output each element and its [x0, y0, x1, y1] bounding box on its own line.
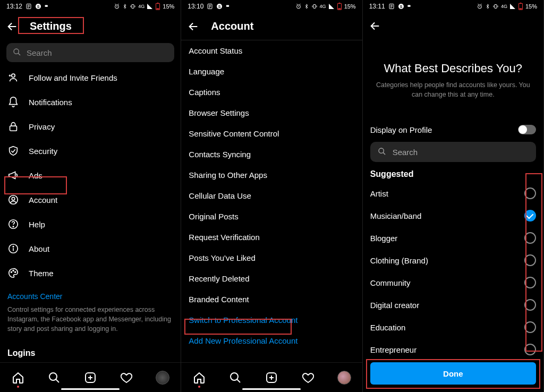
account-item[interactable]: Posts You've Liked	[181, 248, 362, 268]
notes-icon	[26, 3, 32, 10]
bell-icon	[7, 96, 19, 108]
account-item[interactable]: Language	[181, 61, 362, 82]
svg-line-58	[237, 379, 240, 382]
nav-profile-icon[interactable]	[337, 371, 351, 385]
svg-text:S: S	[37, 5, 40, 8]
alarm-icon	[477, 3, 483, 10]
svg-rect-54	[338, 3, 340, 3]
radio-icon[interactable]	[524, 210, 536, 221]
category-option[interactable]: Education	[370, 316, 536, 338]
notes-icon	[207, 3, 213, 10]
svg-point-33	[15, 271, 16, 272]
svg-rect-50	[313, 5, 316, 8]
svg-line-81	[383, 152, 385, 155]
account-item[interactable]: Sensitive Content Control	[181, 123, 362, 144]
battery-percent: 15%	[525, 3, 537, 10]
account-item[interactable]: Recently Deleted	[181, 268, 362, 289]
settings-item-label: About	[29, 244, 49, 253]
account-screen: 13:10 S •• 4G 15% Account Account Status…	[181, 0, 362, 392]
category-option[interactable]: Artist	[370, 182, 536, 204]
category-label: Community	[370, 278, 411, 287]
accounts-center-block[interactable]: Accounts Center Control settings for con…	[0, 289, 181, 337]
back-icon[interactable]	[369, 20, 381, 32]
settings-item-security[interactable]: Security	[0, 139, 181, 163]
skype-icon: S	[216, 3, 223, 10]
settings-item-ads[interactable]: Ads	[0, 163, 181, 188]
nav-home-icon[interactable]	[11, 371, 25, 385]
radio-icon[interactable]	[524, 299, 536, 311]
display-toggle[interactable]	[518, 125, 536, 134]
svg-line-71	[478, 4, 479, 5]
svg-point-29	[13, 246, 13, 247]
svg-rect-77	[520, 3, 522, 3]
nav-activity-icon[interactable]	[301, 371, 315, 385]
bluetooth-icon	[485, 3, 490, 10]
bottom-nav	[0, 362, 181, 392]
account-item[interactable]: Sharing to Other Apps	[181, 165, 362, 185]
radio-icon[interactable]	[524, 188, 536, 199]
svg-point-34	[49, 373, 57, 380]
settings-item-account[interactable]: Account	[0, 188, 181, 212]
settings-item-privacy[interactable]: Privacy	[0, 114, 181, 139]
category-option[interactable]: Musician/band	[370, 204, 536, 227]
nav-search-icon[interactable]	[47, 371, 61, 385]
radio-icon[interactable]	[524, 277, 536, 288]
status-bar: 13:11 S •• 4G 15%	[363, 0, 543, 13]
account-item[interactable]: Contacts Syncing	[181, 144, 362, 165]
nav-search-icon[interactable]	[228, 371, 242, 385]
settings-item-theme[interactable]: Theme	[0, 261, 181, 285]
done-button[interactable]: Done	[370, 362, 536, 385]
svg-point-31	[11, 271, 12, 272]
settings-item-notifications[interactable]: Notifications	[0, 90, 181, 114]
category-screen: 13:11 S •• 4G 15% What Best Describes Yo…	[363, 0, 544, 392]
category-label: Education	[370, 323, 406, 332]
lock-icon	[7, 121, 19, 132]
add-professional-link[interactable]: Add New Professional Account	[181, 330, 362, 351]
category-option[interactable]: Clothing (Brand)	[370, 249, 536, 271]
settings-item-help[interactable]: Help	[0, 212, 181, 236]
switch-professional-link[interactable]: Switch to Professional Account	[181, 310, 362, 330]
category-option[interactable]: Digital creator	[370, 294, 536, 316]
vibrate-icon	[130, 3, 136, 10]
settings-item-follow[interactable]: Follow and Invite Friends	[0, 65, 181, 90]
category-option[interactable]: Community	[370, 271, 536, 294]
palette-icon	[7, 267, 19, 279]
nav-home-icon[interactable]	[192, 371, 206, 385]
more-icon: ••	[45, 3, 47, 10]
settings-list: Follow and Invite Friends Notifications …	[0, 65, 181, 289]
nav-create-icon[interactable]	[83, 371, 97, 385]
radio-icon[interactable]	[524, 254, 536, 266]
account-item[interactable]: Browser Settings	[181, 103, 362, 123]
back-icon[interactable]	[6, 21, 18, 32]
battery-percent: 15%	[163, 3, 174, 10]
signal-icon	[509, 3, 516, 10]
svg-point-18	[14, 49, 19, 54]
nav-create-icon[interactable]	[265, 371, 278, 385]
settings-item-about[interactable]: About	[0, 236, 181, 261]
back-icon[interactable]	[188, 21, 199, 32]
nav-activity-icon[interactable]	[120, 371, 133, 385]
radio-icon[interactable]	[524, 321, 536, 333]
category-search[interactable]: Search	[370, 142, 536, 162]
nav-profile-icon[interactable]	[156, 371, 169, 385]
svg-line-19	[18, 53, 20, 55]
account-item[interactable]: Account Status	[181, 40, 362, 61]
category-option[interactable]: Entrepreneur	[370, 338, 536, 357]
search-icon	[378, 147, 386, 157]
home-indicator	[242, 388, 301, 390]
account-item[interactable]: Captions	[181, 82, 362, 103]
logins-header: Logins	[0, 337, 181, 362]
search-input[interactable]: Search	[6, 43, 174, 62]
svg-point-20	[12, 74, 15, 77]
settings-screen: 13:12 S •• 4G 15% Settings Search Follow…	[0, 0, 181, 392]
svg-point-27	[13, 226, 13, 227]
bluetooth-icon	[304, 3, 309, 10]
radio-icon[interactable]	[524, 232, 536, 244]
account-item[interactable]: Request Verification	[181, 227, 362, 248]
category-option[interactable]: Blogger	[370, 227, 536, 249]
radio-icon[interactable]	[524, 344, 536, 355]
account-item[interactable]: Branded Content	[181, 289, 362, 310]
account-item[interactable]: Cellular Data Use	[181, 185, 362, 206]
clock: 13:11	[369, 3, 385, 10]
account-item[interactable]: Original Posts	[181, 206, 362, 227]
